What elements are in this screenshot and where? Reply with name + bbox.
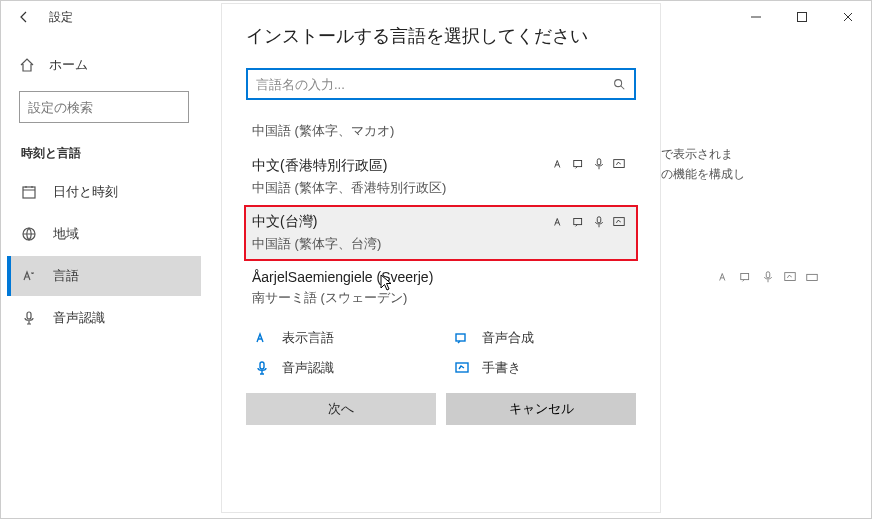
background-feature-icons	[717, 270, 819, 284]
microphone-icon	[592, 157, 606, 171]
dialog-title: インストールする言語を選択してください	[246, 24, 636, 48]
sidebar-item-label: 言語	[53, 267, 79, 285]
legend-handwriting: 手書き	[454, 359, 636, 377]
sidebar-item-speech[interactable]: 音声認識	[7, 298, 201, 338]
svg-rect-14	[614, 218, 625, 226]
settings-search-input[interactable]	[28, 100, 196, 115]
language-icon	[552, 215, 566, 229]
svg-rect-11	[614, 160, 625, 168]
arrow-left-icon	[16, 9, 32, 25]
svg-rect-15	[456, 334, 465, 341]
maximize-button[interactable]	[779, 1, 825, 33]
svg-rect-10	[597, 159, 601, 165]
language-icon	[552, 157, 566, 171]
sidebar-item-datetime[interactable]: 日付と時刻	[7, 172, 201, 212]
language-feature-icons	[552, 215, 626, 229]
svg-rect-0	[798, 13, 807, 22]
keyboard-icon	[805, 270, 819, 284]
handwriting-icon	[454, 360, 470, 376]
dialog-buttons: 次へ キャンセル	[246, 393, 636, 425]
tts-icon	[739, 270, 753, 284]
language-local-name: 中国語 (繁体字、台湾)	[252, 235, 630, 253]
language-local-name: 南サーミ語 (スウェーデン)	[252, 289, 630, 307]
microphone-icon	[254, 360, 270, 376]
language-item-taiwan[interactable]: 中文(台灣) 中国語 (繁体字、台湾)	[244, 205, 638, 261]
legend-tts: 音声合成	[454, 329, 636, 347]
svg-rect-1	[23, 187, 35, 198]
svg-point-8	[615, 80, 622, 87]
window-title: 設定	[47, 9, 73, 26]
handwriting-icon	[612, 157, 626, 171]
language-feature-icons	[552, 157, 626, 171]
tts-icon	[572, 215, 586, 229]
close-button[interactable]	[825, 1, 871, 33]
language-search[interactable]	[246, 68, 636, 100]
legend-display: 表示言語	[254, 329, 436, 347]
sidebar-item-language[interactable]: 言語	[7, 256, 201, 296]
language-local-name: 中国語 (繁体字、マカオ)	[252, 122, 630, 140]
svg-rect-3	[27, 312, 31, 319]
sidebar-home[interactable]: ホーム	[7, 47, 201, 83]
language-item-south-sami[interactable]: ÅarjelSaemiengiele (Sveerje) 南サーミ語 (スウェー…	[246, 261, 636, 315]
handwriting-icon	[612, 215, 626, 229]
language-local-name: 中国語 (繁体字、香港特別行政区)	[252, 179, 630, 197]
sidebar-item-region[interactable]: 地域	[7, 214, 201, 254]
feature-legend: 表示言語 音声合成 音声認識 手書き	[246, 329, 636, 377]
svg-rect-13	[597, 217, 601, 223]
microphone-icon	[592, 215, 606, 229]
language-icon	[254, 330, 270, 346]
settings-search[interactable]	[19, 91, 189, 123]
handwriting-icon	[783, 270, 797, 284]
svg-rect-6	[785, 273, 796, 281]
svg-rect-16	[260, 362, 264, 369]
minimize-button[interactable]	[733, 1, 779, 33]
tts-icon	[454, 330, 470, 346]
cancel-button[interactable]: キャンセル	[446, 393, 636, 425]
language-native-name: ÅarjelSaemiengiele (Sveerje)	[252, 269, 630, 285]
sidebar-item-label: 音声認識	[53, 309, 105, 327]
calendar-icon	[21, 184, 37, 200]
globe-icon	[21, 226, 37, 242]
svg-rect-5	[766, 272, 770, 278]
sidebar-item-label: 地域	[53, 225, 79, 243]
language-item-hongkong[interactable]: 中文(香港特別行政區) 中国語 (繁体字、香港特別行政区)	[246, 148, 636, 205]
home-icon	[19, 57, 35, 73]
sidebar-item-label: 日付と時刻	[53, 183, 118, 201]
microphone-icon	[21, 310, 37, 326]
language-search-input[interactable]	[256, 77, 612, 92]
sidebar: ホーム 時刻と言語 日付と時刻 地域 言語 音声認識	[1, 47, 201, 338]
svg-rect-12	[574, 219, 582, 225]
language-install-dialog: インストールする言語を選択してください 中国語 (繁体字、マカオ) 中文(香港特…	[221, 3, 661, 513]
legend-speech: 音声認識	[254, 359, 436, 377]
tts-icon	[572, 157, 586, 171]
svg-rect-4	[741, 274, 749, 280]
sidebar-category: 時刻と言語	[7, 135, 201, 170]
language-item-macao[interactable]: 中国語 (繁体字、マカオ)	[246, 114, 636, 148]
sidebar-home-label: ホーム	[49, 56, 88, 74]
back-button[interactable]	[1, 1, 47, 33]
language-icon	[717, 270, 731, 284]
search-icon	[612, 77, 626, 91]
microphone-icon	[761, 270, 775, 284]
svg-rect-9	[574, 161, 582, 167]
next-button[interactable]: 次へ	[246, 393, 436, 425]
svg-rect-7	[807, 274, 818, 280]
language-icon	[21, 268, 37, 284]
language-list: 中国語 (繁体字、マカオ) 中文(香港特別行政區) 中国語 (繁体字、香港特別行…	[246, 114, 636, 315]
